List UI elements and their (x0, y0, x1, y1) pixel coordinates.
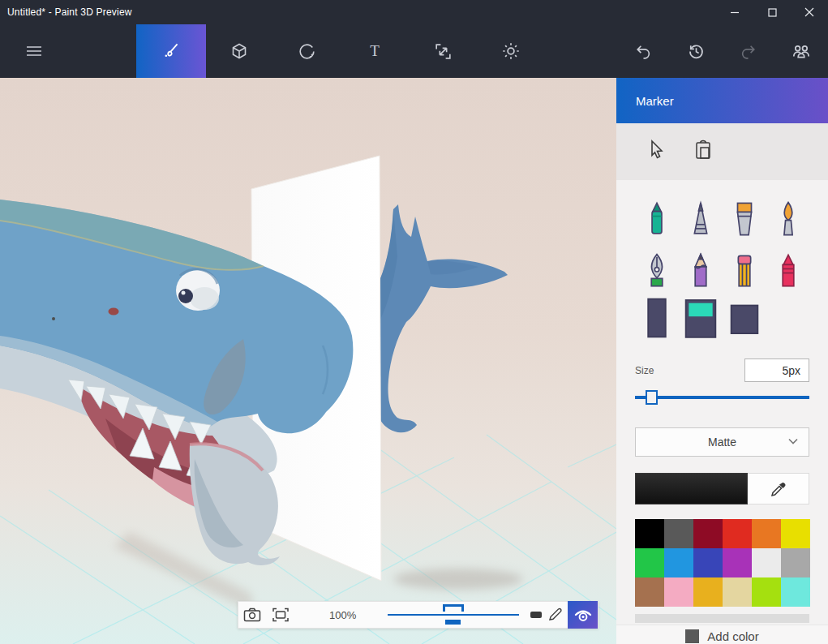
zoom-slider-track[interactable] (388, 614, 519, 616)
tab-text[interactable]: T (352, 24, 397, 78)
panel-sub-toolbar (616, 123, 828, 180)
color-row (635, 473, 809, 504)
spray-can-tool-icon[interactable] (635, 295, 679, 341)
undo-button[interactable] (624, 24, 663, 78)
add-color-label: Add color (707, 629, 758, 643)
marker-side-panel: Marker (616, 78, 828, 644)
sun-effects-icon (500, 41, 521, 62)
palette-swatch[interactable] (752, 519, 781, 548)
minimize-button[interactable] (716, 0, 753, 24)
text-icon: T (365, 41, 384, 62)
size-slider-track[interactable] (635, 396, 809, 399)
size-slider-thumb[interactable] (646, 390, 658, 405)
remix-3d-button[interactable] (782, 24, 821, 78)
eyedropper-icon (770, 480, 787, 498)
oil-brush-tool-icon[interactable] (766, 196, 810, 242)
palette-swatch[interactable] (664, 519, 693, 548)
brush-tools-grid (616, 196, 828, 294)
palette-swatch[interactable] (693, 519, 723, 548)
size-slider[interactable] (635, 389, 809, 406)
svg-text:T: T (370, 42, 380, 59)
palette-swatch[interactable] (635, 548, 664, 577)
brush-icon (161, 41, 182, 62)
palette-swatch[interactable] (693, 577, 723, 607)
calligraphy-pen-tool-icon[interactable] (635, 248, 679, 294)
size-input[interactable]: 5px (744, 358, 809, 382)
fit-frame-icon (272, 608, 289, 622)
minimize-icon (730, 7, 740, 17)
palette-swatch[interactable] (781, 548, 810, 577)
palette-swatch[interactable] (723, 577, 752, 607)
tab-canvas[interactable] (420, 24, 465, 78)
menu-button[interactable] (13, 24, 55, 78)
pixel-pen-tool-icon[interactable] (679, 196, 723, 242)
current-color-swatch[interactable] (635, 473, 748, 504)
fill-tool-icon[interactable] (679, 295, 723, 341)
zoom-slider-thumb[interactable] (443, 604, 464, 612)
camera-icon (243, 608, 261, 622)
palette-scroll-track[interactable] (635, 614, 809, 623)
redo-button[interactable] (728, 24, 767, 78)
select-tool-button[interactable] (647, 140, 667, 164)
palette-swatch[interactable] (664, 577, 693, 607)
maximize-button[interactable] (753, 0, 791, 24)
palette-swatch[interactable] (723, 548, 752, 577)
palette-swatch[interactable] (781, 519, 810, 548)
shark-shadow-right (393, 569, 523, 590)
palette-swatch[interactable] (752, 577, 781, 607)
panel-header: Marker (616, 78, 828, 123)
eyedropper-button[interactable] (748, 473, 809, 504)
marker-tool-icon[interactable] (635, 196, 679, 242)
paste-button[interactable] (694, 140, 712, 164)
chevron-down-icon (787, 437, 799, 445)
flat-brush-tool-icon[interactable] (723, 196, 766, 242)
redo-icon (738, 41, 758, 62)
palette-swatch[interactable] (635, 519, 664, 548)
clipboard-paste-icon (694, 140, 712, 161)
cursor-select-icon (647, 140, 667, 161)
tab-3d-shapes[interactable] (217, 24, 262, 78)
palette-swatch[interactable] (781, 577, 810, 607)
zoom-percentage: 100% (316, 609, 370, 621)
hamburger-menu-icon (24, 41, 45, 61)
main-toolbar: T (0, 24, 828, 78)
maximize-icon (768, 8, 777, 17)
expand-canvas-icon (433, 41, 453, 62)
stamp-tool-icon[interactable] (723, 295, 766, 341)
tab-effects[interactable] (488, 24, 534, 78)
mixed-reality-icon[interactable] (530, 612, 542, 618)
palette-swatch[interactable] (693, 548, 723, 577)
history-button[interactable] (676, 24, 715, 78)
finish-selected-value: Matte (708, 436, 736, 449)
3d-view-toggle-active[interactable] (568, 601, 598, 629)
crayon-tool-icon[interactable] (766, 248, 810, 294)
size-label: Size (635, 365, 654, 376)
panel-title: Marker (616, 94, 674, 108)
palette-swatch[interactable] (723, 519, 752, 548)
zoom-slider[interactable] (388, 602, 519, 628)
pen-icon (547, 607, 563, 623)
titlebar: Untitled* - Paint 3D Preview (0, 0, 828, 24)
add-color-button[interactable]: Add color (616, 625, 828, 644)
history-clock-icon (686, 41, 706, 62)
tab-stickers[interactable] (284, 24, 329, 78)
eye-3d-view-icon (573, 606, 594, 624)
window-title: Untitled* - Paint 3D Preview (0, 6, 132, 18)
palette-swatch[interactable] (752, 548, 781, 577)
palette-swatch[interactable] (664, 548, 693, 577)
pencil-tool-icon[interactable] (679, 248, 723, 294)
tab-brushes[interactable] (136, 24, 206, 78)
color-palette (635, 519, 809, 607)
draw-button[interactable] (545, 602, 564, 628)
eraser-tool-icon[interactable] (723, 248, 766, 294)
screenshot-button[interactable] (238, 602, 267, 628)
paint3d-window: Untitled* - Paint 3D Preview (0, 0, 828, 644)
zoom-to-fit-button[interactable] (267, 602, 295, 628)
palette-swatch[interactable] (635, 577, 664, 607)
close-icon (804, 7, 814, 17)
drawing-canvas-3d-view[interactable]: 100% (0, 78, 616, 644)
cube-3d-icon (230, 41, 249, 62)
close-button[interactable] (791, 0, 828, 24)
finish-dropdown[interactable]: Matte (635, 427, 809, 457)
brush-tools-grid-row3 (616, 295, 828, 341)
